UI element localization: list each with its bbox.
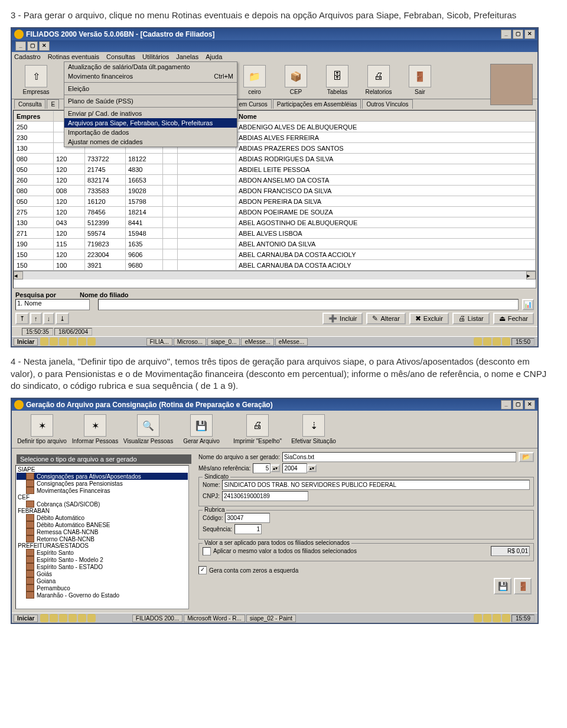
menu-consultas[interactable]: Consultas [106,53,135,60]
tool-empresas[interactable]: ⇧Empresas [15,64,57,96]
ano-input[interactable] [282,463,307,473]
horizontal-scrollbar[interactable]: ◂ ▸ [14,271,536,280]
tree-item[interactable]: Consignações para Pensionistas [17,480,188,487]
table-row[interactable]: 050120217454830ABDIEL LEITE PESSOA [14,164,536,175]
browse-button[interactable]: 📂 [519,452,534,462]
start-button[interactable]: Iniciar [14,338,38,346]
inner-close-button[interactable]: ✕ [39,41,50,51]
task-item[interactable]: FILIADOS 200... [132,615,183,622]
zeros-checkbox[interactable] [198,566,207,574]
minimize-button[interactable]: _ [501,400,511,410]
table-row[interactable]: 2751207845618214ABDON POEIRAME DE SOUZA [14,207,536,217]
tool-visualizar-pessoas[interactable]: 🔍Visualizar Pessoas [122,413,175,446]
task-item[interactable]: eMesse... [275,338,308,346]
tree-item[interactable]: Pernambuco [17,584,188,592]
tree-item[interactable]: Cobrança (SAD/SICOB) [17,500,188,508]
task-item[interactable]: eMesse... [241,338,273,346]
dd-enviar-inativos[interactable]: Enviar p/ Cad. de inativos [64,109,237,118]
tree-item[interactable]: Débito Automático [17,514,188,521]
excluir-button[interactable]: ✖Excluir [409,313,449,324]
system-tray[interactable] [474,614,511,622]
quick-launch[interactable] [40,337,97,346]
close-button[interactable]: ✕ [524,30,535,39]
mes-input[interactable] [253,463,271,473]
incluir-button[interactable]: ➕Incluir [322,313,363,324]
prev-button[interactable]: ↑ [30,313,42,324]
table-row[interactable]: 15010039219680ABEL CARNAUBA DA COSTA ACI… [14,260,536,271]
exit-button[interactable]: 🚪 [514,578,532,594]
table-row[interactable]: 2711205957415948ABEL ALVES LISBOA [14,228,536,239]
tool-cep[interactable]: 📦CEP [275,64,317,96]
tree-item[interactable]: Espírito Santo - ESTADO [17,563,188,570]
tab-vinculos[interactable]: Outros Vínculos [362,99,412,109]
last-button[interactable]: ⤓ [56,313,69,324]
menu-rotinas[interactable]: Rotinas eventuais [48,53,99,60]
tool-informar-pessoas[interactable]: ✶Informar Pessoas [69,413,122,446]
col-nome[interactable]: Nome [236,111,536,122]
tree-item[interactable]: Goiana [17,577,188,584]
tree-item[interactable]: Débito Automático BANESE [17,521,188,528]
menu-utilitarios[interactable]: Utilitários [142,53,169,60]
fechar-button[interactable]: ⏏Fechar [493,313,534,324]
nome-arquivo-input[interactable] [282,452,516,462]
tree-item[interactable]: Movimentações Financeiras [17,487,188,494]
ano-spinner[interactable]: ▴▾ [307,464,317,472]
table-row[interactable]: 08000873358319028ABDON FRANCISCO DA SILV… [14,186,536,196]
tree-item[interactable]: Espírito Santo [17,549,188,556]
tool-ceiro[interactable]: 📁ceiro [234,64,275,96]
listar-button[interactable]: 🖨Listar [452,313,490,324]
sind-nome-input[interactable] [222,480,530,490]
seq-input[interactable] [234,524,262,534]
tree-item[interactable]: Retorno CNAB-NCNB [17,535,188,542]
mes-spinner[interactable]: ▴▾ [271,464,280,472]
tree-item[interactable]: Espírito Santo - Modelo 2 [17,556,188,563]
dd-ajustar-cidades[interactable]: Ajustar nomes de cidades [64,137,237,147]
tree-item[interactable]: Goiás [17,570,188,577]
type-list[interactable]: SIAPEConsignações para Ativos/Aposentado… [15,465,189,609]
codigo-input[interactable] [225,513,270,523]
table-row[interactable]: 0501201612015798ABDON PEREIRA DA SILVA [14,196,536,207]
chart-button[interactable]: 📊 [522,299,534,310]
system-tray[interactable] [474,337,511,346]
pesquisa-select[interactable]: 1. Nome [15,299,90,310]
tool-tabelas[interactable]: 🗄Tabelas [317,64,358,96]
tab-assembleias[interactable]: Participações em Assembléias [273,99,361,109]
save-button[interactable]: 💾 [494,578,511,594]
table-row[interactable]: 26012083217416653ABDON ANSELMO DA COSTA [14,175,536,186]
dd-pss[interactable]: Plano de Saúde (PSS) [64,96,237,106]
alterar-button[interactable]: ✎Alterar [366,313,405,324]
task-item[interactable]: Microsoft Word - R... [184,615,245,622]
menu-cadastro[interactable]: Cadastro [14,53,41,60]
table-row[interactable]: 1501202230049606ABEL CARNAUBA DA COSTA A… [14,249,536,260]
tool-sair[interactable]: 🚪Sair [399,64,441,96]
tab-consulta[interactable]: Consulta [14,99,45,109]
tree-item[interactable]: Consignações para Ativos/Aposentados [17,473,188,480]
aplicar-checkbox[interactable] [203,547,211,555]
scroll-left-icon[interactable]: ◂ [14,271,23,280]
close-button[interactable]: ✕ [524,400,535,410]
tool-relatorios[interactable]: 🖨Relatorios [358,64,399,96]
first-button[interactable]: ⤒ [15,313,29,324]
start-button[interactable]: Iniciar [14,615,38,622]
task-item[interactable]: siape_0... [207,338,240,346]
menu-janelas[interactable]: Janelas [176,53,198,60]
table-row[interactable]: 08012073372218122ABDIAS RODRIGUES DA SIL… [14,154,536,164]
tree-item[interactable]: Maranhão - Governo do Estado [17,592,188,599]
table-row[interactable]: 1901157198231635ABEL ANTONIO DA SILVA [14,239,536,249]
nome-filiado-input[interactable] [98,299,519,310]
scroll-right-icon[interactable]: ▸ [526,271,536,280]
dd-movimento[interactable]: Movimento financeirosCtrl+M [64,72,237,81]
inner-maximize-button[interactable]: ▢ [27,41,38,51]
maximize-button[interactable]: ▢ [513,400,523,410]
maximize-button[interactable]: ▢ [513,30,523,39]
tab-e[interactable]: E [47,99,59,109]
col-empres[interactable]: Empres [14,111,54,122]
dd-importacao[interactable]: Importação de dados [64,128,237,137]
tool-gerar-arquivo[interactable]: 💾Gerar Arquivo [175,413,228,446]
cnpj-input[interactable] [222,491,308,501]
task-item[interactable]: siape_02 - Paint [246,615,296,622]
task-item[interactable]: Microso... [174,338,206,346]
menu-ajuda[interactable]: Ajuda [206,53,222,60]
inner-minimize-button[interactable]: _ [15,41,26,51]
dd-arquivos-siape[interactable]: Arquivos para Siape, Febraban, Sicob, Pr… [64,118,237,128]
